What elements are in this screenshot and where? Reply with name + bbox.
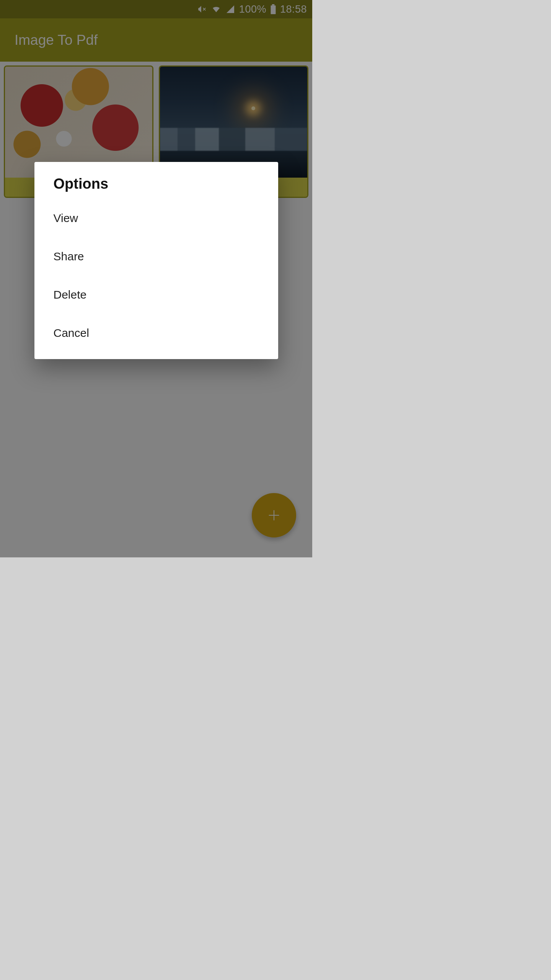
option-view[interactable]: View — [34, 199, 278, 237]
dialog-title: Options — [34, 176, 278, 199]
options-dialog: Options View Share Delete Cancel — [34, 162, 278, 359]
option-share[interactable]: Share — [34, 237, 278, 276]
option-cancel[interactable]: Cancel — [34, 314, 278, 352]
option-delete[interactable]: Delete — [34, 276, 278, 314]
modal-scrim[interactable]: Options View Share Delete Cancel — [0, 0, 312, 557]
